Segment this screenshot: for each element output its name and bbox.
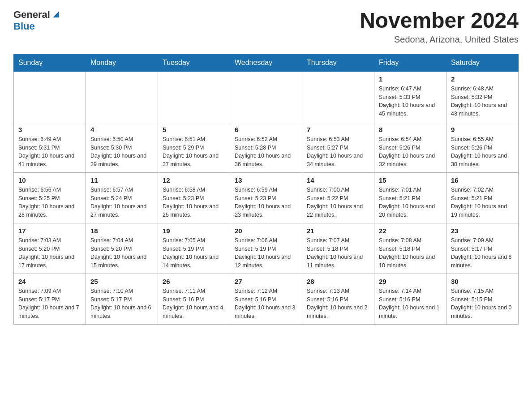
day-info: Sunrise: 6:48 AM Sunset: 5:32 PM Dayligh…	[451, 85, 514, 118]
day-info: Sunrise: 7:15 AM Sunset: 5:15 PM Dayligh…	[451, 287, 514, 321]
calendar-cell: 29Sunrise: 7:14 AM Sunset: 5:16 PM Dayli…	[374, 274, 446, 324]
day-number: 1	[379, 75, 442, 83]
calendar-cell: 23Sunrise: 7:09 AM Sunset: 5:17 PM Dayli…	[446, 223, 519, 274]
calendar-week-row: 17Sunrise: 7:03 AM Sunset: 5:20 PM Dayli…	[14, 223, 519, 274]
calendar-cell: 22Sunrise: 7:08 AM Sunset: 5:18 PM Dayli…	[374, 223, 446, 274]
calendar-header-row: SundayMondayTuesdayWednesdayThursdayFrid…	[14, 54, 519, 71]
calendar-day-header: Friday	[374, 54, 446, 71]
calendar-cell: 19Sunrise: 7:05 AM Sunset: 5:19 PM Dayli…	[158, 223, 230, 274]
day-number: 26	[163, 278, 225, 285]
calendar-cell: 12Sunrise: 6:58 AM Sunset: 5:23 PM Dayli…	[158, 172, 230, 223]
day-info: Sunrise: 6:50 AM Sunset: 5:30 PM Dayligh…	[90, 135, 153, 169]
calendar-table: SundayMondayTuesdayWednesdayThursdayFrid…	[13, 54, 519, 325]
calendar-week-row: 24Sunrise: 7:09 AM Sunset: 5:17 PM Dayli…	[14, 274, 519, 324]
calendar-cell: 3Sunrise: 6:49 AM Sunset: 5:31 PM Daylig…	[14, 122, 86, 172]
day-number: 7	[307, 126, 369, 133]
title-block: November 2024 Sedona, Arizona, United St…	[360, 9, 519, 45]
day-number: 20	[235, 227, 297, 235]
calendar-day-header: Tuesday	[158, 54, 230, 71]
svg-marker-0	[53, 11, 59, 17]
calendar-week-row: 10Sunrise: 6:56 AM Sunset: 5:25 PM Dayli…	[14, 172, 519, 223]
calendar-week-row: 3Sunrise: 6:49 AM Sunset: 5:31 PM Daylig…	[14, 122, 519, 172]
calendar-cell: 24Sunrise: 7:09 AM Sunset: 5:17 PM Dayli…	[14, 274, 86, 324]
day-info: Sunrise: 6:49 AM Sunset: 5:31 PM Dayligh…	[18, 135, 81, 169]
logo: General Blue	[13, 9, 61, 32]
calendar-cell: 8Sunrise: 6:54 AM Sunset: 5:26 PM Daylig…	[374, 122, 446, 172]
day-number: 21	[307, 227, 369, 235]
calendar-cell: 9Sunrise: 6:55 AM Sunset: 5:26 PM Daylig…	[446, 122, 519, 172]
day-info: Sunrise: 6:47 AM Sunset: 5:33 PM Dayligh…	[379, 85, 442, 118]
calendar-cell	[158, 71, 230, 122]
day-info: Sunrise: 7:13 AM Sunset: 5:16 PM Dayligh…	[307, 287, 369, 321]
calendar-cell: 16Sunrise: 7:02 AM Sunset: 5:21 PM Dayli…	[446, 172, 519, 223]
day-number: 29	[379, 278, 442, 285]
page-title: November 2024	[360, 9, 519, 33]
day-number: 5	[163, 126, 225, 133]
calendar-cell: 25Sunrise: 7:10 AM Sunset: 5:17 PM Dayli…	[86, 274, 158, 324]
day-number: 8	[379, 126, 442, 133]
day-number: 11	[90, 176, 153, 184]
day-info: Sunrise: 7:12 AM Sunset: 5:16 PM Dayligh…	[235, 287, 297, 321]
calendar-cell	[302, 71, 374, 122]
calendar-cell: 6Sunrise: 6:52 AM Sunset: 5:28 PM Daylig…	[230, 122, 302, 172]
calendar-cell: 26Sunrise: 7:11 AM Sunset: 5:16 PM Dayli…	[158, 274, 230, 324]
calendar-cell: 15Sunrise: 7:01 AM Sunset: 5:21 PM Dayli…	[374, 172, 446, 223]
calendar-cell	[230, 71, 302, 122]
logo-blue-text: Blue	[13, 21, 35, 32]
day-info: Sunrise: 7:01 AM Sunset: 5:21 PM Dayligh…	[379, 186, 442, 219]
calendar-cell: 18Sunrise: 7:04 AM Sunset: 5:20 PM Dayli…	[86, 223, 158, 274]
calendar-cell: 5Sunrise: 6:51 AM Sunset: 5:29 PM Daylig…	[158, 122, 230, 172]
day-info: Sunrise: 7:06 AM Sunset: 5:19 PM Dayligh…	[235, 236, 297, 270]
calendar-cell: 27Sunrise: 7:12 AM Sunset: 5:16 PM Dayli…	[230, 274, 302, 324]
day-number: 25	[90, 278, 153, 285]
calendar-cell: 7Sunrise: 6:53 AM Sunset: 5:27 PM Daylig…	[302, 122, 374, 172]
day-info: Sunrise: 7:09 AM Sunset: 5:17 PM Dayligh…	[18, 287, 81, 321]
calendar-cell	[14, 71, 86, 122]
day-number: 23	[451, 227, 514, 235]
day-info: Sunrise: 7:04 AM Sunset: 5:20 PM Dayligh…	[90, 236, 153, 270]
day-info: Sunrise: 6:54 AM Sunset: 5:26 PM Dayligh…	[379, 135, 442, 169]
calendar-day-header: Monday	[86, 54, 158, 71]
day-number: 28	[307, 278, 369, 285]
day-info: Sunrise: 7:11 AM Sunset: 5:16 PM Dayligh…	[163, 287, 225, 321]
page-header: General Blue November 2024 Sedona, Arizo…	[13, 9, 519, 45]
day-number: 18	[90, 227, 153, 235]
calendar-cell: 30Sunrise: 7:15 AM Sunset: 5:15 PM Dayli…	[446, 274, 519, 324]
calendar-day-header: Thursday	[302, 54, 374, 71]
calendar-cell: 14Sunrise: 7:00 AM Sunset: 5:22 PM Dayli…	[302, 172, 374, 223]
calendar-week-row: 1Sunrise: 6:47 AM Sunset: 5:33 PM Daylig…	[14, 71, 519, 122]
day-number: 16	[451, 176, 514, 184]
day-info: Sunrise: 7:02 AM Sunset: 5:21 PM Dayligh…	[451, 186, 514, 219]
calendar-cell: 4Sunrise: 6:50 AM Sunset: 5:30 PM Daylig…	[86, 122, 158, 172]
day-info: Sunrise: 6:59 AM Sunset: 5:23 PM Dayligh…	[235, 186, 297, 219]
day-number: 2	[451, 75, 514, 83]
day-info: Sunrise: 6:52 AM Sunset: 5:28 PM Dayligh…	[235, 135, 297, 169]
day-number: 27	[235, 278, 297, 285]
day-number: 14	[307, 176, 369, 184]
logo-general-text: General	[13, 9, 50, 21]
day-info: Sunrise: 7:09 AM Sunset: 5:17 PM Dayligh…	[451, 236, 514, 270]
logo-triangle-icon	[51, 9, 61, 19]
calendar-cell: 20Sunrise: 7:06 AM Sunset: 5:19 PM Dayli…	[230, 223, 302, 274]
day-info: Sunrise: 6:58 AM Sunset: 5:23 PM Dayligh…	[163, 186, 225, 219]
day-number: 24	[18, 278, 81, 285]
day-number: 3	[18, 126, 81, 133]
calendar-day-header: Wednesday	[230, 54, 302, 71]
day-info: Sunrise: 7:10 AM Sunset: 5:17 PM Dayligh…	[90, 287, 153, 321]
day-info: Sunrise: 6:53 AM Sunset: 5:27 PM Dayligh…	[307, 135, 369, 169]
day-info: Sunrise: 7:07 AM Sunset: 5:18 PM Dayligh…	[307, 236, 369, 270]
day-number: 15	[379, 176, 442, 184]
day-number: 10	[18, 176, 81, 184]
day-info: Sunrise: 6:57 AM Sunset: 5:24 PM Dayligh…	[90, 186, 153, 219]
day-info: Sunrise: 7:05 AM Sunset: 5:19 PM Dayligh…	[163, 236, 225, 270]
day-number: 13	[235, 176, 297, 184]
day-info: Sunrise: 7:14 AM Sunset: 5:16 PM Dayligh…	[379, 287, 442, 321]
day-number: 19	[163, 227, 225, 235]
day-info: Sunrise: 6:56 AM Sunset: 5:25 PM Dayligh…	[18, 186, 81, 219]
day-number: 22	[379, 227, 442, 235]
page-subtitle: Sedona, Arizona, United States	[360, 34, 519, 45]
day-info: Sunrise: 7:08 AM Sunset: 5:18 PM Dayligh…	[379, 236, 442, 270]
day-info: Sunrise: 6:55 AM Sunset: 5:26 PM Dayligh…	[451, 135, 514, 169]
day-number: 12	[163, 176, 225, 184]
day-number: 9	[451, 126, 514, 133]
